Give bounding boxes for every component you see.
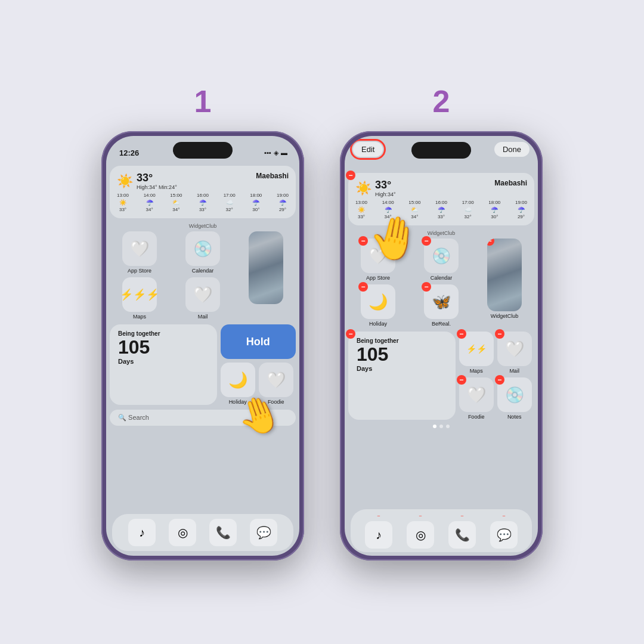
screen-content-1: ☀️ 33° High:34° Min:24° Maebashi 13:00☀️… [106, 162, 299, 556]
image-widget-icon-2[interactable]: − WidgetClub [475, 239, 534, 327]
maps-label-2: Maps [470, 368, 483, 374]
mail-icon-bg-2: − 🤍 [497, 332, 532, 366]
notes-minus[interactable]: − [495, 375, 504, 385]
signal-icon: ▪▪▪ [264, 149, 271, 156]
foodie-minus[interactable]: − [457, 375, 466, 385]
weather-widget-1: ☀️ 33° High:34° Min:24° Maebashi 13:00☀️… [110, 166, 296, 218]
weather-hour: 19:00☂️29° [277, 193, 289, 212]
mail-icon-1[interactable]: 🤍 Mail [173, 277, 233, 320]
phone-1: 12:26 ▪▪▪ ◈ ▬ ☀️ [101, 131, 304, 561]
search-text-1: 🔍 Search [118, 414, 149, 422]
count-widget-1: Being together 105 Days [110, 324, 217, 405]
weather-city-2: Maebashi [494, 179, 527, 187]
messages-dock-icon-2[interactable]: 💬 [490, 521, 518, 549]
edit-button[interactable]: Edit [353, 142, 383, 157]
app-store-icon-1[interactable]: 🤍 App Store [110, 231, 169, 274]
mail-minus[interactable]: − [495, 329, 504, 339]
bereal-minus[interactable]: − [422, 282, 431, 292]
phone-dock-icon-2[interactable]: 📞 [448, 521, 476, 549]
weather-hour: 16:00☂️33° [435, 200, 447, 219]
dock-1: ♪ ◎ 📞 💬 [112, 514, 293, 551]
holiday-icon-2[interactable]: − 🌙 Holiday [348, 284, 408, 327]
foodie-icon-bg-2: − 🤍 [459, 377, 494, 412]
count-widget-2: − Being together 105 Days [348, 332, 456, 420]
calendar-icon-bg: 💿 [185, 231, 220, 266]
mail-label-2: Mail [509, 368, 519, 374]
safari-dock-icon-1[interactable]: ◎ [169, 519, 196, 546]
maps-minus[interactable]: − [457, 329, 466, 339]
weather-hour: 15:00⛅34° [170, 193, 182, 212]
weather-top-2: ☀️ 33° High:34° Maebashi [355, 179, 527, 197]
dot-1 [433, 425, 436, 428]
battery-icon: ▬ [281, 149, 287, 156]
weather-city-1: Maebashi [256, 172, 289, 180]
step-1: 1 12:26 ▪▪▪ ◈ ▬ [101, 83, 304, 561]
notes-label-2: Notes [507, 414, 522, 420]
app-store-icon-bg: 🤍 [122, 231, 157, 266]
foodie-label-2: Foodie [468, 414, 485, 420]
phone-1-body: 12:26 ▪▪▪ ◈ ▬ ☀️ [101, 131, 304, 561]
image-widget-icon[interactable] [236, 231, 296, 320]
calendar-label-1: Calendar [192, 268, 214, 274]
weather-hour: 18:00☂️30° [250, 193, 262, 212]
dynamic-island-1 [173, 142, 233, 159]
maps-icon-1[interactable]: ⚡⚡⚡ Maps [110, 277, 169, 320]
count-sub-1: Days [118, 358, 209, 365]
sun-icon-1: ☀️ [117, 174, 133, 189]
phone-1-screen: 12:26 ▪▪▪ ◈ ▬ ☀️ [106, 136, 299, 556]
weather-hour: 17:00☁️32° [224, 193, 236, 212]
maps-label-1: Maps [133, 314, 146, 320]
maps-icon-2[interactable]: − ⚡⚡ Maps [459, 332, 494, 374]
main-container: 1 12:26 ▪▪▪ ◈ ▬ [0, 0, 644, 644]
mail-icon-bg: 🤍 [185, 277, 220, 312]
weather-hour: 13:00☀️33° [355, 200, 367, 219]
mail-icon-2[interactable]: − 🤍 Mail [497, 332, 532, 374]
weather-sub-2: High:34° [375, 191, 396, 197]
image-minus[interactable]: − [487, 239, 494, 246]
mail-label-1: Mail [198, 314, 208, 320]
count-number-2: 105 [357, 344, 447, 365]
weather-minus-badge[interactable]: − [346, 171, 355, 180]
bottom-row-2: − Being together 105 Days − [348, 332, 534, 420]
time-1: 12:26 [119, 148, 139, 157]
calendar-minus[interactable]: − [422, 236, 431, 246]
count-minus[interactable]: − [346, 329, 355, 339]
maps-icon-bg: ⚡⚡⚡ [122, 277, 157, 312]
weather-hour: 14:00☂️34° [144, 193, 156, 212]
bereal-icon-2[interactable]: − 🦋 BeReal. [411, 284, 471, 327]
music-dock-icon-1[interactable]: ♪ [128, 519, 156, 546]
hold-button[interactable]: Hold [221, 324, 296, 359]
holiday-icon-bg: 🌙 [221, 363, 255, 397]
count-sub-2: Days [357, 365, 447, 372]
count-number-1: 105 [118, 337, 209, 358]
dock-2: − − − − ♪ ◎ 📞 💬 [351, 509, 532, 552]
notes-icon-bg-2: − 💿 [497, 377, 532, 412]
holiday-label-2: Holiday [369, 321, 387, 327]
weather-hours-1: 13:00☀️33° 14:00☂️34° 15:00⛅34° 16:00☂️3… [117, 193, 289, 212]
foodie-icon-2[interactable]: − 🤍 Foodie [459, 377, 494, 420]
holiday-icon-bg-2: − 🌙 [361, 284, 395, 319]
phone-2-screen: Edit Done − ☀️ 33° [345, 136, 538, 556]
done-button[interactable]: Done [494, 142, 530, 157]
holiday-minus[interactable]: − [358, 282, 368, 292]
dot-indicator [348, 425, 534, 428]
status-icons-1: ▪▪▪ ◈ ▬ [264, 149, 287, 157]
weather-hour: 19:00☂️29° [515, 200, 527, 219]
dot-2 [439, 425, 443, 428]
calendar-label-2: Calendar [431, 275, 453, 281]
sun-icon-2: ☀️ [355, 181, 371, 196]
dot-3 [446, 425, 450, 428]
image-widget-tall [249, 231, 283, 304]
music-dock-icon-2[interactable]: ♪ [365, 521, 392, 549]
phone-dock-icon-1[interactable]: 📞 [209, 519, 237, 546]
edit-bar: Edit Done [353, 142, 530, 157]
calendar-icon-1[interactable]: 💿 Calendar [173, 231, 233, 274]
safari-dock-icon-2[interactable]: ◎ [407, 521, 434, 549]
small-apps-col-2: − ⚡⚡ Maps − 🤍 [459, 332, 534, 420]
calendar-icon-2[interactable]: − 💿 Calendar [411, 239, 471, 281]
image-widget-tall-2: − [487, 239, 522, 311]
messages-dock-icon-1[interactable]: 💬 [250, 519, 277, 546]
widgetclub-app-label: WidgetClub [491, 313, 519, 319]
step-1-number: 1 [194, 83, 212, 119]
notes-icon-2[interactable]: − 💿 Notes [497, 377, 532, 420]
